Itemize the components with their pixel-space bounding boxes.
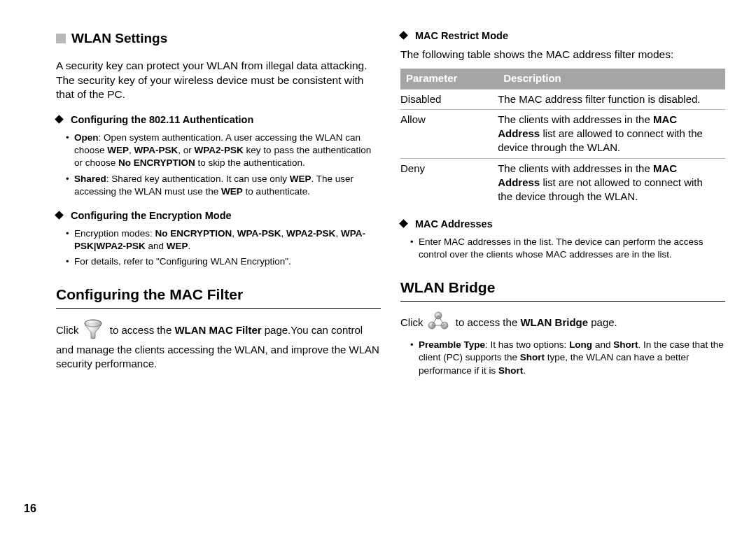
table-row: Allow The clients with addresses in the … (400, 109, 725, 158)
subsection-mac-addresses-title: MAC Addresses (415, 218, 493, 230)
table-header-row: Parameter Description (400, 69, 725, 89)
intro-paragraph: A security key can protect your WLAN fro… (56, 59, 381, 103)
bridge-bullets: Preamble Type: It has two options: Long … (400, 339, 725, 377)
diamond-icon (399, 220, 408, 229)
mac-filter-paragraph: Click to access the WLAN MAC Filter page… (56, 318, 381, 372)
table-row: Deny The clients with addresses in the M… (400, 158, 725, 206)
list-item: Shared: Shared key authentication. It ca… (66, 173, 381, 198)
list-item: Open: Open system authentication. A user… (66, 132, 381, 170)
heading-wlan-bridge: WLAN Bridge (400, 278, 725, 301)
subsection-mac-addresses: MAC Addresses (400, 218, 725, 232)
list-item: Encryption modes: No ENCRYPTION, WPA-PSK… (66, 227, 381, 253)
subsection-mac-restrict-title: MAC Restrict Mode (415, 30, 508, 41)
table-row: Disabled The MAC address filter function… (400, 89, 725, 109)
list-item: For details, refer to "Configuring WLAN … (66, 255, 381, 268)
page-number: 16 (24, 501, 36, 516)
subsection-auth: Configuring the 802.11 Authentication (56, 113, 381, 127)
th-parameter: Parameter (400, 69, 498, 89)
heading-mac-filter: Configuring the MAC Filter (56, 285, 381, 308)
left-column: WLAN Settings A security key can protect… (56, 25, 381, 380)
diamond-icon (399, 31, 408, 40)
title-square-icon (56, 34, 66, 43)
encryption-bullets: Encryption modes: No ENCRYPTION, WPA-PSK… (56, 227, 381, 269)
mac-addresses-bullets: Enter MAC addresses in the list. The dev… (400, 236, 725, 261)
auth-bullets: Open: Open system authentication. A user… (56, 132, 381, 198)
mac-modes-table: Parameter Description Disabled The MAC a… (400, 69, 725, 206)
diamond-icon (55, 211, 64, 220)
subsection-mac-restrict: MAC Restrict Mode (400, 29, 725, 43)
bold-term: Shared (74, 174, 106, 184)
subsection-encryption: Configuring the Encryption Mode (56, 209, 381, 223)
bold-term: Open (74, 132, 99, 143)
th-description: Description (498, 69, 725, 89)
diamond-icon (55, 115, 64, 125)
right-column: MAC Restrict Mode The following table sh… (400, 25, 725, 380)
subsection-auth-title: Configuring the 802.11 Authentication (71, 114, 253, 125)
funnel-icon (83, 318, 103, 343)
list-item: Preamble Type: It has two options: Long … (410, 339, 725, 377)
wlan-bridge-paragraph: Click to access (400, 311, 725, 334)
list-item: Enter MAC addresses in the list. The dev… (410, 236, 725, 261)
bridge-icon (428, 311, 449, 334)
title-text: WLAN Settings (71, 29, 167, 48)
subsection-encryption-title: Configuring the Encryption Mode (71, 210, 232, 221)
section-title: WLAN Settings (56, 29, 381, 48)
mac-restrict-intro: The following table shows the MAC addres… (400, 48, 725, 62)
